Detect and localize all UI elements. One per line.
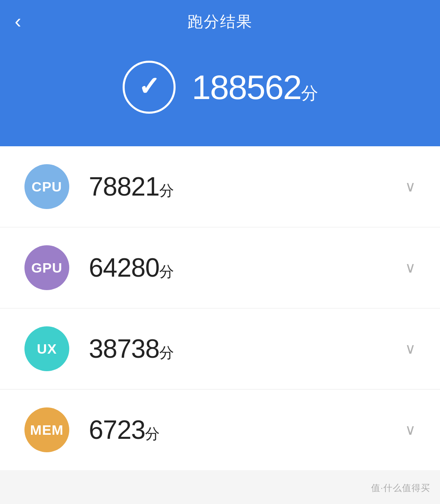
ux-label: UX <box>37 341 57 357</box>
watermark: 值·什么值得买 <box>371 482 430 494</box>
mem-label: MEM <box>30 422 64 438</box>
total-score-display: 188562分 <box>192 68 317 107</box>
ux-score: 38738分 <box>89 334 405 364</box>
cpu-score-row[interactable]: CPU 78821分 ∨ <box>0 146 440 227</box>
gpu-icon: GPU <box>24 245 69 290</box>
chevron-down-icon: ∨ <box>405 259 416 276</box>
check-circle: ✓ <box>123 61 176 114</box>
score-items-section: CPU 78821分 ∨ GPU 64280分 ∨ UX 38738分 ∨ ME… <box>0 146 440 470</box>
cpu-icon: CPU <box>24 164 69 209</box>
chevron-down-icon: ∨ <box>405 178 416 195</box>
total-score-section: ✓ 188562分 <box>0 40 440 146</box>
gpu-score-row[interactable]: GPU 64280分 ∨ <box>0 227 440 308</box>
mem-icon: MEM <box>24 407 69 452</box>
chevron-down-icon: ∨ <box>405 340 416 357</box>
ux-score-row[interactable]: UX 38738分 ∨ <box>0 308 440 390</box>
chevron-down-icon: ∨ <box>405 421 416 438</box>
check-icon: ✓ <box>138 71 160 101</box>
ux-icon: UX <box>24 326 69 371</box>
gpu-score: 64280分 <box>89 253 405 283</box>
total-score-value: 188562分 <box>192 68 317 106</box>
mem-score: 6723分 <box>89 415 405 445</box>
mem-score-row[interactable]: MEM 6723分 ∨ <box>0 390 440 470</box>
cpu-score: 78821分 <box>89 172 405 202</box>
cpu-label: CPU <box>32 179 62 195</box>
back-button[interactable]: ‹ <box>15 11 21 31</box>
page-title: 跑分结果 <box>187 11 253 32</box>
gpu-label: GPU <box>31 260 63 276</box>
header: ‹ 跑分结果 <box>0 0 440 40</box>
